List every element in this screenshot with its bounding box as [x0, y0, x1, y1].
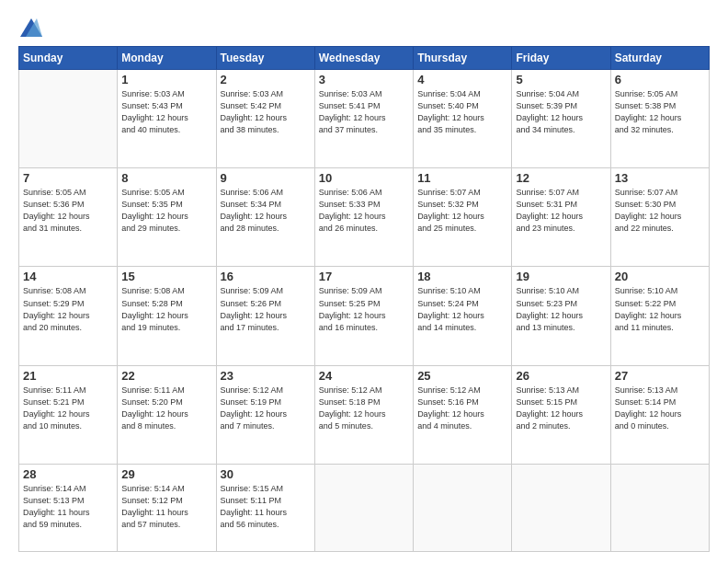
day-number: 7: [23, 171, 113, 185]
day-number: 23: [221, 369, 311, 383]
day-number: 2: [221, 73, 311, 86]
day-info: Sunrise: 5:06 AM Sunset: 5:33 PM Dayligh…: [319, 187, 409, 235]
day-info: Sunrise: 5:05 AM Sunset: 5:35 PM Dayligh…: [121, 187, 211, 235]
day-number: 29: [121, 467, 211, 481]
day-number: 10: [319, 171, 409, 185]
day-info: Sunrise: 5:05 AM Sunset: 5:36 PM Dayligh…: [23, 187, 113, 235]
day-number: 9: [221, 171, 311, 185]
calendar-day-cell: 1Sunrise: 5:03 AM Sunset: 5:43 PM Daylig…: [118, 70, 216, 168]
day-info: Sunrise: 5:08 AM Sunset: 5:28 PM Dayligh…: [121, 285, 211, 333]
calendar-week-row: 21Sunrise: 5:11 AM Sunset: 5:21 PM Dayli…: [19, 365, 710, 464]
calendar-day-cell: 27Sunrise: 5:13 AM Sunset: 5:14 PM Dayli…: [610, 365, 709, 464]
day-info: Sunrise: 5:03 AM Sunset: 5:42 PM Dayligh…: [221, 88, 311, 136]
calendar-day-cell: 15Sunrise: 5:08 AM Sunset: 5:28 PM Dayli…: [118, 267, 216, 365]
calendar-day-cell: 3Sunrise: 5:03 AM Sunset: 5:41 PM Daylig…: [314, 70, 413, 168]
calendar-day-cell: 4Sunrise: 5:04 AM Sunset: 5:40 PM Daylig…: [414, 70, 512, 168]
day-info: Sunrise: 5:07 AM Sunset: 5:30 PM Dayligh…: [615, 187, 705, 235]
day-number: 27: [615, 369, 705, 383]
day-number: 5: [516, 73, 606, 86]
day-info: Sunrise: 5:12 AM Sunset: 5:16 PM Dayligh…: [417, 385, 507, 432]
calendar-table: SundayMondayTuesdayWednesdayThursdayFrid…: [18, 46, 710, 552]
day-number: 25: [417, 369, 507, 383]
day-info: Sunrise: 5:08 AM Sunset: 5:29 PM Dayligh…: [23, 285, 113, 333]
day-number: 30: [221, 467, 311, 481]
day-number: 1: [121, 73, 211, 86]
day-info: Sunrise: 5:05 AM Sunset: 5:38 PM Dayligh…: [615, 88, 705, 136]
calendar-day-cell: 9Sunrise: 5:06 AM Sunset: 5:34 PM Daylig…: [216, 168, 314, 267]
header: [18, 15, 710, 37]
day-number: 16: [221, 270, 311, 283]
day-number: 18: [417, 270, 507, 283]
day-info: Sunrise: 5:15 AM Sunset: 5:11 PM Dayligh…: [221, 483, 311, 531]
calendar-day-cell: 19Sunrise: 5:10 AM Sunset: 5:23 PM Dayli…: [512, 267, 610, 365]
day-info: Sunrise: 5:09 AM Sunset: 5:26 PM Dayligh…: [221, 285, 311, 333]
calendar-day-cell: 8Sunrise: 5:05 AM Sunset: 5:35 PM Daylig…: [118, 168, 216, 267]
calendar-day-cell: 5Sunrise: 5:04 AM Sunset: 5:39 PM Daylig…: [512, 70, 610, 168]
logo: [18, 18, 42, 37]
day-number: 13: [615, 171, 705, 185]
day-number: 6: [615, 73, 705, 86]
calendar-day-cell: 24Sunrise: 5:12 AM Sunset: 5:18 PM Dayli…: [314, 365, 413, 464]
calendar-day-cell: 25Sunrise: 5:12 AM Sunset: 5:16 PM Dayli…: [414, 365, 512, 464]
day-info: Sunrise: 5:13 AM Sunset: 5:15 PM Dayligh…: [516, 385, 606, 432]
day-number: 3: [319, 73, 409, 86]
calendar-day-cell: 14Sunrise: 5:08 AM Sunset: 5:29 PM Dayli…: [19, 267, 118, 365]
day-info: Sunrise: 5:14 AM Sunset: 5:13 PM Dayligh…: [23, 483, 113, 531]
day-number: 20: [615, 270, 705, 283]
calendar-day-cell: 29Sunrise: 5:14 AM Sunset: 5:12 PM Dayli…: [118, 464, 216, 551]
calendar-day-cell: 18Sunrise: 5:10 AM Sunset: 5:24 PM Dayli…: [414, 267, 512, 365]
day-number: 26: [516, 369, 606, 383]
day-number: 8: [121, 171, 211, 185]
calendar-day-cell: 16Sunrise: 5:09 AM Sunset: 5:26 PM Dayli…: [216, 267, 314, 365]
calendar-day-cell: 11Sunrise: 5:07 AM Sunset: 5:32 PM Dayli…: [414, 168, 512, 267]
calendar-day-cell: 10Sunrise: 5:06 AM Sunset: 5:33 PM Dayli…: [314, 168, 413, 267]
day-number: 11: [417, 171, 507, 185]
calendar-day-header: Wednesday: [314, 47, 413, 70]
day-number: 12: [516, 171, 606, 185]
day-info: Sunrise: 5:03 AM Sunset: 5:43 PM Dayligh…: [121, 88, 211, 136]
day-number: 15: [121, 270, 211, 283]
calendar-day-header: Thursday: [414, 47, 512, 70]
day-info: Sunrise: 5:09 AM Sunset: 5:25 PM Dayligh…: [319, 285, 409, 333]
day-number: 4: [417, 73, 507, 86]
day-info: Sunrise: 5:12 AM Sunset: 5:19 PM Dayligh…: [221, 385, 311, 432]
calendar-day-cell: 28Sunrise: 5:14 AM Sunset: 5:13 PM Dayli…: [19, 464, 118, 551]
day-info: Sunrise: 5:04 AM Sunset: 5:39 PM Dayligh…: [516, 88, 606, 136]
calendar-day-cell: 12Sunrise: 5:07 AM Sunset: 5:31 PM Dayli…: [512, 168, 610, 267]
calendar-day-cell: 26Sunrise: 5:13 AM Sunset: 5:15 PM Dayli…: [512, 365, 610, 464]
day-info: Sunrise: 5:13 AM Sunset: 5:14 PM Dayligh…: [615, 385, 705, 432]
day-info: Sunrise: 5:12 AM Sunset: 5:18 PM Dayligh…: [319, 385, 409, 432]
day-info: Sunrise: 5:11 AM Sunset: 5:20 PM Dayligh…: [121, 385, 211, 432]
calendar-day-header: Monday: [118, 47, 216, 70]
day-number: 24: [319, 369, 409, 383]
day-info: Sunrise: 5:06 AM Sunset: 5:34 PM Dayligh…: [221, 187, 311, 235]
calendar-day-cell: 30Sunrise: 5:15 AM Sunset: 5:11 PM Dayli…: [216, 464, 314, 551]
page: SundayMondayTuesdayWednesdayThursdayFrid…: [0, 0, 728, 563]
calendar-day-cell: 21Sunrise: 5:11 AM Sunset: 5:21 PM Dayli…: [19, 365, 118, 464]
calendar-day-cell: [512, 464, 610, 551]
calendar-day-cell: [610, 464, 709, 551]
calendar-header-row: SundayMondayTuesdayWednesdayThursdayFrid…: [19, 47, 710, 70]
day-number: 17: [319, 270, 409, 283]
calendar-day-header: Sunday: [19, 47, 118, 70]
calendar-week-row: 28Sunrise: 5:14 AM Sunset: 5:13 PM Dayli…: [19, 464, 710, 551]
day-info: Sunrise: 5:04 AM Sunset: 5:40 PM Dayligh…: [417, 88, 507, 136]
day-info: Sunrise: 5:03 AM Sunset: 5:41 PM Dayligh…: [319, 88, 409, 136]
calendar-day-header: Saturday: [610, 47, 709, 70]
calendar-day-cell: 7Sunrise: 5:05 AM Sunset: 5:36 PM Daylig…: [19, 168, 118, 267]
day-info: Sunrise: 5:07 AM Sunset: 5:31 PM Dayligh…: [516, 187, 606, 235]
calendar-day-cell: 6Sunrise: 5:05 AM Sunset: 5:38 PM Daylig…: [610, 70, 709, 168]
day-number: 21: [23, 369, 113, 383]
day-info: Sunrise: 5:10 AM Sunset: 5:23 PM Dayligh…: [516, 285, 606, 333]
calendar-day-cell: 23Sunrise: 5:12 AM Sunset: 5:19 PM Dayli…: [216, 365, 314, 464]
day-number: 14: [23, 270, 113, 283]
day-number: 19: [516, 270, 606, 283]
calendar-day-cell: 2Sunrise: 5:03 AM Sunset: 5:42 PM Daylig…: [216, 70, 314, 168]
calendar-week-row: 14Sunrise: 5:08 AM Sunset: 5:29 PM Dayli…: [19, 267, 710, 365]
calendar-day-cell: 20Sunrise: 5:10 AM Sunset: 5:22 PM Dayli…: [610, 267, 709, 365]
calendar-day-cell: 17Sunrise: 5:09 AM Sunset: 5:25 PM Dayli…: [314, 267, 413, 365]
day-number: 28: [23, 467, 113, 481]
calendar-day-cell: [414, 464, 512, 551]
calendar-day-header: Tuesday: [216, 47, 314, 70]
day-number: 22: [121, 369, 211, 383]
